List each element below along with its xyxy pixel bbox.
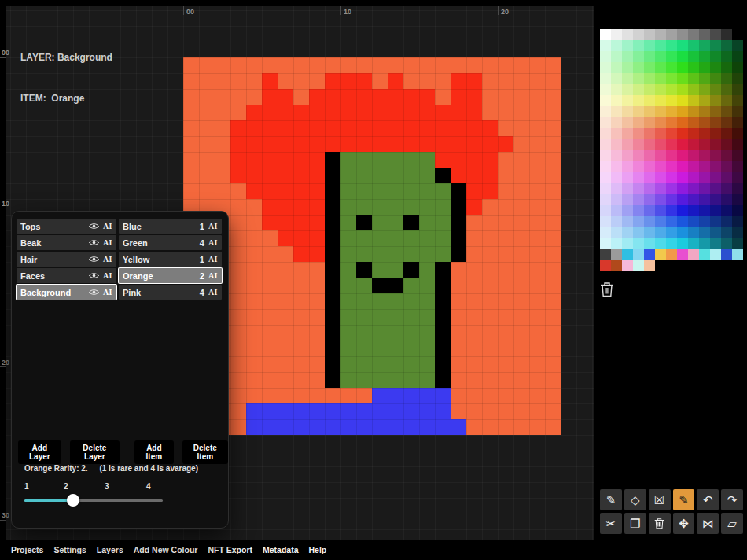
color-swatch[interactable]	[633, 216, 644, 227]
pixel-cell[interactable]	[403, 89, 419, 105]
pixel-cell[interactable]	[183, 57, 199, 73]
pixel-cell[interactable]	[529, 262, 545, 278]
color-swatch[interactable]	[600, 161, 611, 172]
pixel-cell[interactable]	[513, 168, 529, 183]
color-swatch[interactable]	[699, 51, 710, 62]
pixel-cell[interactable]	[498, 262, 513, 278]
pixel-cell[interactable]	[403, 57, 419, 73]
pixel-cell[interactable]	[246, 89, 262, 105]
color-swatch[interactable]	[622, 260, 633, 271]
pixel-cell[interactable]	[513, 73, 529, 89]
pixel-cell[interactable]	[215, 73, 230, 89]
pixel-cell[interactable]	[340, 388, 356, 403]
pixel-cell[interactable]	[451, 341, 466, 356]
pixel-cell[interactable]	[451, 136, 466, 152]
visibility-eye-icon[interactable]	[89, 272, 99, 279]
pixel-cell[interactable]	[466, 89, 482, 105]
color-swatch[interactable]	[732, 150, 743, 161]
pixel-cell[interactable]	[262, 152, 278, 168]
pixel-cell[interactable]	[451, 73, 466, 89]
color-swatch[interactable]	[721, 106, 732, 117]
color-swatch[interactable]	[633, 227, 644, 238]
pixel-cell[interactable]	[466, 199, 482, 215]
color-swatch[interactable]	[655, 95, 666, 106]
color-swatch[interactable]	[688, 227, 699, 238]
rarity-slider-thumb[interactable]	[67, 494, 79, 507]
pixel-cell[interactable]	[466, 152, 482, 168]
color-swatch[interactable]	[699, 161, 710, 172]
color-swatch[interactable]	[666, 40, 677, 51]
color-swatch[interactable]	[677, 40, 688, 51]
color-swatch[interactable]	[600, 73, 611, 84]
pixel-cell[interactable]	[466, 73, 482, 89]
color-swatch[interactable]	[666, 51, 677, 62]
color-swatch[interactable]	[611, 150, 622, 161]
pixel-cell[interactable]	[309, 57, 325, 73]
color-swatch[interactable]	[633, 40, 644, 51]
pixel-cell[interactable]	[403, 215, 419, 230]
pixel-cell[interactable]	[388, 388, 403, 403]
pixel-cell[interactable]	[215, 89, 230, 105]
pixel-cell[interactable]	[498, 293, 513, 309]
color-swatch[interactable]	[611, 29, 622, 40]
color-swatch[interactable]	[644, 216, 655, 227]
pixel-cell[interactable]	[498, 278, 513, 293]
color-swatch[interactable]	[622, 205, 633, 216]
pixel-cell[interactable]	[403, 356, 419, 372]
color-swatch[interactable]	[644, 95, 655, 106]
pixel-cell[interactable]	[278, 168, 293, 183]
color-swatch[interactable]	[699, 172, 710, 183]
menu-item-help[interactable]: Help	[309, 545, 327, 554]
pixel-cell[interactable]	[529, 419, 545, 435]
color-swatch[interactable]	[699, 62, 710, 73]
pixel-cell[interactable]	[293, 341, 309, 356]
pixel-cell[interactable]	[356, 105, 372, 120]
pixel-cell[interactable]	[262, 388, 278, 403]
pixel-cell[interactable]	[262, 230, 278, 246]
pixel-cell[interactable]	[498, 89, 513, 105]
pixel-cell[interactable]	[340, 403, 356, 419]
pixel-cell[interactable]	[482, 403, 498, 419]
color-swatch[interactable]	[677, 216, 688, 227]
pixel-cell[interactable]	[372, 372, 388, 388]
pixel-cell[interactable]	[529, 136, 545, 152]
pixel-cell[interactable]	[230, 356, 246, 372]
pixel-cell[interactable]	[529, 356, 545, 372]
pixel-cell[interactable]	[325, 278, 340, 293]
color-swatch[interactable]	[622, 73, 633, 84]
color-swatch[interactable]	[710, 249, 721, 260]
pixel-cell[interactable]	[325, 403, 340, 419]
color-swatch[interactable]	[710, 128, 721, 139]
pixel-cell[interactable]	[199, 183, 215, 199]
pixel-cell[interactable]	[545, 372, 561, 388]
color-swatch[interactable]	[721, 216, 732, 227]
pixel-cell[interactable]	[309, 152, 325, 168]
color-swatch[interactable]	[732, 51, 743, 62]
pixel-cell[interactable]	[262, 136, 278, 152]
pixel-cell[interactable]	[372, 57, 388, 73]
pixel-cell[interactable]	[545, 215, 561, 230]
color-swatch[interactable]	[688, 62, 699, 73]
pixel-cell[interactable]	[278, 403, 293, 419]
pixel-cell[interactable]	[246, 246, 262, 262]
pixel-cell[interactable]	[482, 388, 498, 403]
color-swatch[interactable]	[644, 29, 655, 40]
color-swatch[interactable]	[622, 128, 633, 139]
color-swatch[interactable]	[688, 29, 699, 40]
pixel-cell[interactable]	[262, 419, 278, 435]
pixel-cell[interactable]	[325, 262, 340, 278]
color-swatch[interactable]	[710, 106, 721, 117]
menu-item-metadata[interactable]: Metadata	[263, 545, 299, 554]
pixel-cell[interactable]	[230, 388, 246, 403]
color-swatch[interactable]	[688, 216, 699, 227]
pixel-cell[interactable]	[513, 372, 529, 388]
pixel-cell[interactable]	[278, 105, 293, 120]
pixel-cell[interactable]	[529, 105, 545, 120]
pixel-cell[interactable]	[325, 325, 340, 341]
color-swatch[interactable]	[710, 51, 721, 62]
color-swatch[interactable]	[633, 150, 644, 161]
pixel-cell[interactable]	[498, 152, 513, 168]
pixel-cell[interactable]	[309, 230, 325, 246]
pixel-cell[interactable]	[545, 89, 561, 105]
pixel-cell[interactable]	[451, 278, 466, 293]
